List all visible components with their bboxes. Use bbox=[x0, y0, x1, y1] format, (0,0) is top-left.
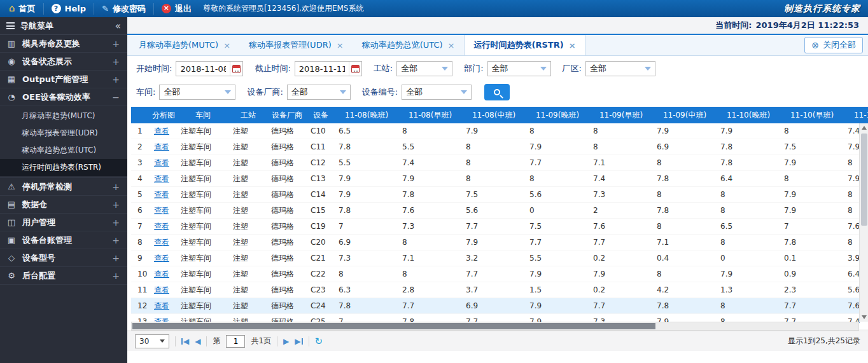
end-time-calendar-button[interactable] bbox=[349, 62, 361, 76]
start-time-input[interactable] bbox=[176, 64, 230, 74]
shift-value-cell: 7.8 bbox=[335, 139, 398, 155]
view-link[interactable]: 查看 bbox=[154, 158, 169, 167]
horizontal-scrollbar[interactable] bbox=[131, 322, 859, 331]
table-row[interactable]: 4查看注塑车间注塑德玛格C137.97.9887.47.86.487.9 bbox=[131, 171, 868, 187]
sidebar-item-device-status[interactable]: ◉设备状态展示+ bbox=[0, 53, 127, 71]
workshop-cell: 注塑车间 bbox=[177, 139, 229, 155]
workshop-label: 车间: bbox=[136, 86, 155, 98]
tab-close-icon[interactable]: × bbox=[337, 41, 344, 50]
horizontal-scrollbar-thumb[interactable] bbox=[132, 323, 655, 329]
shift-value-cell: 8 bbox=[653, 219, 717, 235]
shift-value-cell: 7.9 bbox=[526, 139, 589, 155]
sidebar-item-backend-config[interactable]: ⚙后台配置+ bbox=[0, 267, 127, 285]
sidebar-item-device-model[interactable]: ◇设备型号+ bbox=[0, 249, 127, 267]
sidebar-subitem[interactable]: 运行时间趋势表(RSTR) bbox=[0, 159, 127, 176]
start-time-calendar-button[interactable] bbox=[230, 62, 242, 76]
help-button[interactable]: ? Help bbox=[44, 3, 94, 15]
scroll-up-icon[interactable] bbox=[862, 126, 867, 130]
station-select[interactable]: 全部 bbox=[396, 61, 452, 76]
table-row[interactable]: 10查看注塑车间注塑德玛格C22887.77.97.987.90.96.4 bbox=[131, 266, 868, 282]
end-time-input[interactable] bbox=[295, 64, 349, 74]
close-all-button[interactable]: ⊗ 关闭全部 bbox=[804, 37, 863, 53]
table-row[interactable]: 5查看注塑车间注塑德玛格C147.97.87.55.67.3887.98 bbox=[131, 187, 868, 203]
station-cell: 注塑 bbox=[229, 219, 267, 235]
sidebar-item-data-warehouse[interactable]: ▤数据仓+ bbox=[0, 196, 127, 214]
main-content: 当前时间: 2019年4月2日 11:22:53 月稼动率趋势(MUTC)×稼动… bbox=[127, 17, 868, 363]
next-page-button[interactable]: ▶ bbox=[283, 337, 289, 346]
last-page-button[interactable]: ▶ bbox=[295, 337, 302, 346]
view-link[interactable]: 查看 bbox=[154, 254, 169, 263]
collapse-sidebar-icon[interactable]: « bbox=[115, 20, 121, 32]
page-size-select[interactable]: 30 bbox=[135, 334, 169, 348]
plant-select[interactable]: 全部 bbox=[585, 61, 655, 76]
page-input[interactable] bbox=[226, 335, 245, 348]
table-row[interactable]: 12查看注塑车间注塑德玛格C247.87.76.97.97.77.887.77.… bbox=[131, 298, 868, 314]
workshop-select[interactable]: 全部 bbox=[159, 85, 235, 100]
shift-value-cell: 7.9 bbox=[780, 187, 844, 203]
table-row[interactable]: 6查看注塑车间注塑德玛格C157.87.65.6027.887.98 bbox=[131, 203, 868, 219]
view-link[interactable]: 查看 bbox=[154, 142, 169, 151]
view-link[interactable]: 查看 bbox=[154, 270, 169, 278]
search-button[interactable] bbox=[484, 84, 510, 100]
shift-value-cell: 8 bbox=[589, 139, 653, 155]
sidebar-item-downtime-detection[interactable]: ⚠停机异常检测+ bbox=[0, 178, 127, 196]
device-ledger-icon: ▣ bbox=[6, 235, 17, 245]
tab-close-icon[interactable]: × bbox=[223, 41, 230, 50]
records-summary: 显示1到25,共25记录 bbox=[788, 336, 860, 346]
department-select[interactable]: 全部 bbox=[487, 61, 551, 76]
view-link[interactable]: 查看 bbox=[154, 190, 169, 199]
tab[interactable]: 稼动率趋势总览(UTC)× bbox=[353, 35, 465, 55]
refresh-button[interactable]: ↻ bbox=[315, 336, 323, 347]
table-row[interactable]: 11查看注塑车间注塑德玛格C236.32.83.71.50.24.21.32.3… bbox=[131, 282, 868, 298]
grid-header-cell: 11-10(中班) bbox=[844, 107, 868, 123]
vendor-select[interactable]: 全部 bbox=[287, 85, 351, 100]
table-row[interactable]: 9查看注塑车间注塑德玛格C217.37.13.25.50.20.400.13.9 bbox=[131, 250, 868, 266]
tab-active[interactable]: 运行时间趋势表(RSTR)× bbox=[464, 35, 585, 55]
sidebar-item-oee[interactable]: ◔OEE设备稼动效率− bbox=[0, 88, 127, 106]
next-page-icon: ▶ bbox=[283, 337, 289, 346]
sidebar-subitem[interactable]: 月稼动率趋势(MUTC) bbox=[0, 107, 127, 125]
sidebar-item-output-capacity[interactable]: ▦Output产能管理+ bbox=[0, 71, 127, 88]
tab[interactable]: 月稼动率趋势(MUTC)× bbox=[130, 35, 240, 55]
table-row[interactable]: 7查看注塑车间注塑德玛格C1977.37.77.57.686.577.6 bbox=[131, 219, 868, 235]
vertical-scrollbar-thumb[interactable] bbox=[861, 134, 867, 226]
view-link[interactable]: 查看 bbox=[154, 174, 169, 183]
tab-close-icon[interactable]: × bbox=[448, 41, 455, 50]
home-button[interactable]: ⌂ 首页 bbox=[8, 3, 44, 15]
change-password-button[interactable]: ✎ 修改密码 bbox=[94, 3, 154, 15]
device-no-select[interactable]: 全部 bbox=[402, 85, 472, 100]
view-link[interactable]: 查看 bbox=[154, 222, 169, 231]
sidebar-subitem[interactable]: 稼动率趋势总览(UTC) bbox=[0, 142, 127, 159]
tab-close-icon[interactable]: × bbox=[569, 41, 576, 50]
view-link[interactable]: 查看 bbox=[154, 206, 169, 215]
scroll-down-icon[interactable] bbox=[862, 315, 867, 319]
view-link[interactable]: 查看 bbox=[154, 127, 169, 135]
first-page-arrow-icon: ◀ bbox=[183, 337, 189, 346]
sidebar-subitem[interactable]: 稼动率报表管理(UDR) bbox=[0, 125, 127, 142]
grid-body: 1查看注塑车间注塑德玛格C106.587.9887.97.987.42查看注塑车… bbox=[131, 123, 868, 330]
sidebar-menu: ▥模具寿命及更换+◉设备状态展示+▦Output产能管理+◔OEE设备稼动效率−… bbox=[0, 35, 127, 285]
table-row[interactable]: 3查看注塑车间注塑德玛格C125.57.487.77.187.87.98 bbox=[131, 155, 868, 171]
sidebar-item-user-management[interactable]: ◫用户管理+ bbox=[0, 214, 127, 231]
tab[interactable]: 稼动率报表管理(UDR)× bbox=[240, 35, 353, 55]
table-row[interactable]: 1查看注塑车间注塑德玛格C106.587.9887.97.987.4 bbox=[131, 123, 868, 139]
prev-page-button[interactable]: ◀ bbox=[195, 337, 200, 346]
table-row[interactable]: 2查看注塑车间注塑德玛格C117.85.587.986.97.87.57.9 bbox=[131, 139, 868, 155]
shift-value-cell: 2 bbox=[589, 203, 653, 219]
sidebar-item-mold-life[interactable]: ▥模具寿命及更换+ bbox=[0, 35, 127, 53]
logout-button[interactable]: × 退出 bbox=[154, 3, 199, 15]
chevron-down-icon bbox=[645, 67, 651, 71]
sidebar-item-label: OEE设备稼动效率 bbox=[22, 92, 90, 103]
table-row[interactable]: 8查看注塑车间注塑德玛格C206.987.97.77.77.187.88 bbox=[131, 235, 868, 250]
vertical-scrollbar[interactable] bbox=[859, 123, 868, 322]
shift-value-cell: 7.9 bbox=[717, 266, 780, 282]
sidebar-item-device-ledger[interactable]: ▣设备台账管理+ bbox=[0, 231, 127, 249]
end-time-field: 截止时间: bbox=[255, 61, 361, 76]
help-label: Help bbox=[65, 4, 86, 13]
station-cell: 注塑 bbox=[229, 155, 267, 171]
select-arrow-icon bbox=[160, 339, 165, 343]
first-page-button[interactable]: ◀ bbox=[181, 337, 189, 346]
view-link[interactable]: 查看 bbox=[154, 285, 169, 294]
view-link[interactable]: 查看 bbox=[154, 301, 169, 310]
view-link[interactable]: 查看 bbox=[154, 238, 169, 247]
